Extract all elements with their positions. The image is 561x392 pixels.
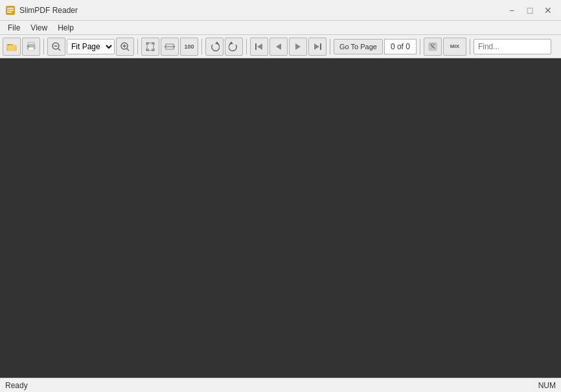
svg-marker-19 xyxy=(215,41,219,44)
prev-page-button[interactable] xyxy=(269,38,288,56)
page-count: 0 of 0 xyxy=(384,39,417,54)
svg-marker-23 xyxy=(276,43,281,50)
separator-5 xyxy=(330,39,330,54)
menu-bar: File View Help xyxy=(0,21,561,35)
svg-line-11 xyxy=(58,49,60,51)
svg-marker-24 xyxy=(295,43,301,50)
zoom-select-wrapper[interactable]: Fit Page Fit Width 25% 50% 75% 100% 125%… xyxy=(67,39,115,54)
menu-view[interactable]: View xyxy=(25,22,52,34)
separator-6 xyxy=(420,39,420,54)
separator-1 xyxy=(43,39,44,54)
title-bar: SlimPDF Reader − □ ✕ xyxy=(0,0,561,21)
svg-marker-22 xyxy=(257,43,262,50)
zoom-out-button[interactable] xyxy=(47,38,65,56)
fit-width-button[interactable] xyxy=(161,38,179,56)
tools-button[interactable] xyxy=(424,38,442,56)
svg-marker-20 xyxy=(229,41,233,44)
maximize-button[interactable]: □ xyxy=(522,3,538,18)
zoom-in-button[interactable] xyxy=(116,38,134,56)
find-input[interactable] xyxy=(474,39,551,54)
app-title: SlimPDF Reader xyxy=(19,6,504,15)
main-content xyxy=(0,58,561,378)
menu-help[interactable]: Help xyxy=(52,22,79,34)
mix-button[interactable]: MIX xyxy=(443,38,466,56)
minimize-button[interactable]: − xyxy=(504,3,520,18)
svg-rect-30 xyxy=(430,43,435,45)
open-button[interactable] xyxy=(3,38,21,56)
app-icon xyxy=(5,5,16,16)
rotate-ccw-button[interactable] xyxy=(225,38,243,56)
toolbar: Fit Page Fit Width 25% 50% 75% 100% 125%… xyxy=(0,35,561,58)
rotate-cw-button[interactable] xyxy=(205,38,223,56)
svg-rect-3 xyxy=(7,12,12,13)
window-controls: − □ ✕ xyxy=(504,3,556,18)
svg-rect-8 xyxy=(28,46,29,47)
go-to-page-button[interactable]: Go To Page xyxy=(334,39,383,54)
svg-line-15 xyxy=(127,49,129,51)
status-text: Ready xyxy=(5,381,28,390)
svg-rect-2 xyxy=(7,10,14,11)
print-button[interactable] xyxy=(22,38,40,56)
menu-file[interactable]: File xyxy=(3,22,25,34)
next-page-button[interactable] xyxy=(289,38,307,56)
close-button[interactable]: ✕ xyxy=(540,3,556,18)
actual-size-button[interactable]: 100 xyxy=(180,38,198,56)
first-page-button[interactable] xyxy=(250,38,268,56)
status-bar: Ready NUM xyxy=(0,378,561,392)
status-right: NUM xyxy=(538,381,556,390)
separator-2 xyxy=(137,39,138,54)
svg-marker-26 xyxy=(314,43,319,50)
last-page-button[interactable] xyxy=(308,38,326,56)
separator-7 xyxy=(470,39,470,54)
fit-page-button[interactable] xyxy=(141,38,159,56)
svg-rect-1 xyxy=(7,8,14,9)
zoom-select[interactable]: Fit Page Fit Width 25% 50% 75% 100% 125%… xyxy=(67,40,114,54)
separator-3 xyxy=(201,39,202,54)
svg-rect-7 xyxy=(29,47,34,51)
separator-4 xyxy=(246,39,247,54)
